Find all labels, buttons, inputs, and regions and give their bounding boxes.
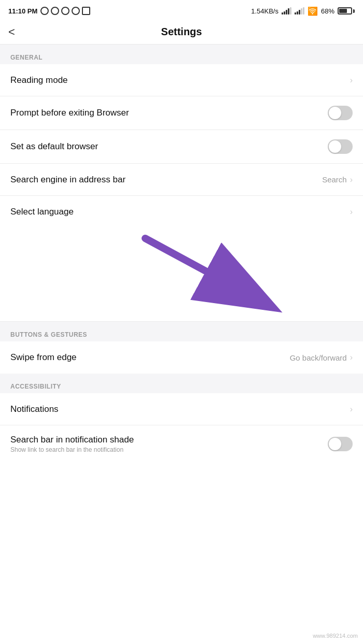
item-right-search-engine: Search › [322, 175, 353, 184]
section-header-accessibility: ACCESSIBILITY [0, 374, 363, 393]
item-right-reading-mode: › [350, 76, 353, 85]
toggle-search-bar-notification[interactable] [328, 437, 353, 451]
signal-icon-2 [295, 7, 304, 15]
item-label-search-bar-notification: Search bar in notification shade [10, 435, 328, 445]
settings-group-accessibility: Notifications › Search bar in notificati… [0, 393, 363, 463]
item-right-search-bar-notification [328, 437, 353, 451]
toggle-knob-default [329, 140, 341, 153]
settings-item-select-language[interactable]: Select language › [0, 196, 363, 228]
toggle-prompt-exiting[interactable] [328, 106, 353, 120]
status-icon-5 [82, 7, 90, 15]
item-label-notifications: Notifications [10, 404, 350, 414]
chevron-icon-swipe-edge: › [350, 353, 353, 362]
item-right-swipe-edge: Go back/forward › [290, 353, 353, 362]
chevron-icon-select-language: › [350, 207, 353, 217]
item-right-select-language: › [350, 207, 353, 217]
status-icon-4 [72, 7, 80, 15]
item-sublabel-search-bar-notification: Show link to search bar in the notificat… [10, 446, 328, 453]
status-icon-1 [40, 7, 49, 15]
item-label-reading-mode: Reading mode [10, 75, 350, 85]
purple-arrow-svg [0, 228, 363, 321]
svg-line-1 [145, 238, 270, 306]
section-header-buttons: BUTTONS & GESTURES [0, 322, 363, 341]
status-bar: 11:10 PM 1.54KB/s 🛜 68% [0, 0, 363, 21]
item-right-prompt-exiting [328, 106, 353, 120]
wifi-icon: 🛜 [308, 6, 318, 16]
chevron-icon-reading-mode: › [350, 76, 353, 85]
status-time: 11:10 PM [8, 7, 37, 15]
item-value-search-engine: Search [322, 175, 347, 184]
settings-item-search-bar-notification[interactable]: Search bar in notification shade Show li… [0, 425, 363, 463]
battery-icon [338, 7, 355, 15]
header: < Settings [0, 21, 363, 45]
chevron-icon-notifications: › [350, 405, 353, 414]
item-right-notifications: › [350, 405, 353, 414]
settings-container: GENERAL Reading mode › Prompt before exi… [0, 45, 363, 463]
item-label-default-browser: Set as default browser [10, 141, 328, 152]
item-value-swipe-edge: Go back/forward [290, 353, 347, 362]
section-header-general: GENERAL [0, 45, 363, 64]
settings-item-swipe-edge[interactable]: Swipe from edge Go back/forward › [0, 341, 363, 374]
settings-item-reading-mode[interactable]: Reading mode › [0, 64, 363, 96]
item-label-select-language: Select language [10, 207, 350, 217]
back-button[interactable]: < [8, 26, 15, 38]
item-right-default-browser [328, 139, 353, 154]
battery-percent: 68% [321, 7, 334, 15]
item-label-search-engine: Search engine in address bar [10, 175, 322, 185]
arrow-annotation-area [0, 228, 363, 322]
signal-icon [282, 7, 291, 15]
settings-item-search-engine[interactable]: Search engine in address bar Search › [0, 164, 363, 196]
status-icon-3 [61, 7, 69, 15]
toggle-knob-prompt [329, 107, 341, 119]
settings-item-prompt-exiting[interactable]: Prompt before exiting Browser [0, 96, 363, 130]
settings-item-default-browser[interactable]: Set as default browser [0, 130, 363, 164]
page-title: Settings [161, 26, 202, 38]
settings-group-buttons: Swipe from edge Go back/forward › [0, 341, 363, 374]
settings-group-general: Reading mode › Prompt before exiting Bro… [0, 64, 363, 228]
toggle-default-browser[interactable] [328, 139, 353, 154]
toggle-knob-search-bar [329, 438, 341, 450]
item-label-prompt-exiting: Prompt before exiting Browser [10, 108, 328, 118]
watermark: www.989214.com [313, 633, 358, 639]
settings-item-notifications[interactable]: Notifications › [0, 393, 363, 425]
item-label-swipe-edge: Swipe from edge [10, 352, 290, 363]
status-icon-2 [51, 7, 59, 15]
chevron-icon-search-engine: › [350, 175, 353, 184]
network-speed: 1.54KB/s [251, 7, 278, 15]
